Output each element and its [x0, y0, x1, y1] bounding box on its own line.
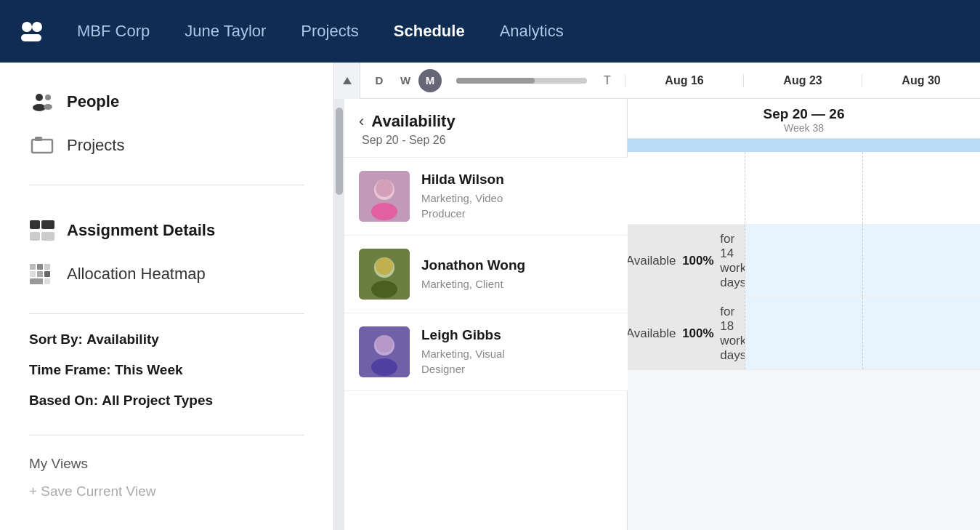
person-details-hilda: Hilda Wilson Marketing, VideoProducer: [421, 172, 613, 221]
svg-point-29: [376, 257, 393, 275]
timeline-cell-hilda-3: [862, 152, 980, 224]
people-icon: [29, 89, 55, 115]
sidebar: People Projects: [0, 63, 334, 530]
week-highlight-band: [628, 139, 980, 152]
avatar-hilda: [359, 171, 410, 222]
sidebar-item-assignment-details[interactable]: Assignment Details: [29, 209, 304, 252]
avail-pct-leigh: 100%: [682, 326, 713, 341]
timeline-slider[interactable]: [456, 78, 587, 84]
nav-june-taylor[interactable]: June Taylor: [179, 19, 272, 44]
avail-text-leigh: Available: [628, 326, 676, 341]
based-on-row[interactable]: Based On: All Project Types: [29, 393, 304, 409]
timeline-cell-leigh-2: [745, 297, 862, 369]
sort-by-row[interactable]: Sort By: Availability: [29, 332, 304, 348]
svg-rect-16: [30, 271, 36, 277]
avatar-leigh: [359, 326, 410, 377]
timeframe-row[interactable]: Time Frame: This Week: [29, 362, 304, 378]
scrollbar-thumb: [336, 108, 343, 195]
nav-schedule[interactable]: Schedule: [388, 19, 471, 44]
view-tabs: D W M: [360, 68, 448, 94]
avail-days-jonathon: for 14 work days: [720, 232, 746, 290]
assignment-details-label: Assignment Details: [67, 221, 215, 240]
col-header-aug23: Aug 23: [743, 74, 862, 87]
based-on-label: Based On:: [29, 393, 98, 408]
nav-analytics[interactable]: Analytics: [494, 19, 570, 44]
person-info-jonathon: Jonathon Wong Marketing, Client: [344, 236, 628, 313]
avail-days-leigh: for 18 work days: [720, 305, 746, 363]
sort-by-label: Sort By:: [29, 332, 83, 347]
timeline-cell-hilda-2: [745, 152, 862, 224]
view-tab-week[interactable]: W: [392, 68, 418, 94]
view-controls: D W M T Aug 16 Aug 23 Aug 30: [334, 63, 980, 99]
app-logo: [15, 15, 48, 48]
my-views[interactable]: My Views: [29, 456, 304, 472]
svg-point-32: [371, 358, 397, 376]
timeline-header-cols: Aug 16 Aug 23 Aug 30: [625, 74, 980, 87]
projects-icon: [29, 132, 55, 158]
sidebar-item-people[interactable]: People: [29, 80, 304, 124]
allocation-heatmap-label: Allocation Heatmap: [67, 265, 206, 284]
svg-point-3: [36, 94, 43, 101]
timeline-right-label: T: [596, 74, 625, 87]
availability-badge-leigh: Available 100% for 18 work days: [628, 297, 745, 370]
svg-rect-9: [30, 220, 40, 229]
timeframe-value-text: This Week: [115, 362, 183, 377]
timeline-row-jonathon: Available 100% for 14 work days: [628, 225, 980, 297]
sidebar-item-allocation-heatmap[interactable]: Allocation Heatmap: [29, 252, 304, 296]
timeline-row-hilda: [628, 152, 980, 225]
left-scrollbar[interactable]: [334, 99, 344, 530]
person-row-hilda[interactable]: Hilda Wilson Marketing, VideoProducer: [344, 158, 627, 236]
svg-rect-17: [37, 271, 43, 277]
svg-rect-7: [32, 140, 52, 153]
sort-by-value-text: Availability: [86, 332, 159, 347]
person-row-leigh[interactable]: Leigh Gibbs Marketing, VisualDesigner: [344, 313, 627, 391]
availability-badge-jonathon: Available 100% for 14 work days: [628, 225, 745, 297]
svg-rect-11: [30, 232, 40, 241]
right-panel: Sep 20 — 26 Week 38: [628, 99, 980, 530]
svg-rect-18: [44, 271, 50, 277]
view-tab-month[interactable]: M: [418, 69, 442, 92]
svg-rect-12: [41, 232, 54, 241]
timeframe-label: Time Frame:: [29, 362, 111, 377]
col-header-aug30: Aug 30: [862, 74, 980, 87]
timeline-cell-leigh-1: Available 100% for 18 work days: [628, 297, 745, 369]
week-title: Sep 20 — 26: [628, 106, 980, 122]
schedule-content: ‹ Availability Sep 20 - Sep 26: [334, 99, 980, 530]
avail-pct-jonathon: 100%: [682, 254, 713, 268]
timeline-rows: Available 100% for 14 work days Availabl…: [628, 152, 980, 530]
col-header-aug16: Aug 16: [625, 74, 743, 87]
view-tab-day[interactable]: D: [366, 68, 392, 94]
person-name-jonathon: Jonathon Wong: [421, 257, 613, 273]
assignment-details-icon: [29, 217, 55, 244]
svg-point-24: [371, 203, 397, 220]
scroll-up-button[interactable]: [334, 63, 360, 99]
svg-rect-15: [44, 264, 50, 270]
sidebar-divider-3: [29, 435, 304, 435]
timeline-cell-hilda-1: [628, 152, 745, 224]
person-details-jonathon: Jonathon Wong Marketing, Client: [421, 257, 613, 292]
person-role-hilda: Marketing, VideoProducer: [421, 190, 613, 221]
person-name-hilda: Hilda Wilson: [421, 172, 613, 188]
people-label: People: [67, 92, 119, 111]
timeline-row-leigh: Available 100% for 18 work days: [628, 297, 980, 370]
timeline-cell-jonathon-2: [745, 225, 862, 297]
top-navigation: MBF Corp June Taylor Projects Schedule A…: [0, 0, 980, 63]
person-row-jonathon[interactable]: Jonathon Wong Marketing, Client: [344, 236, 627, 313]
person-info-hilda: Hilda Wilson Marketing, VideoProducer: [344, 158, 628, 235]
svg-rect-10: [41, 220, 54, 229]
save-current-view[interactable]: + Save Current View: [29, 483, 304, 499]
person-name-leigh: Leigh Gibbs: [421, 327, 613, 343]
back-button[interactable]: ‹: [359, 112, 364, 131]
nav-mbf-corp[interactable]: MBF Corp: [71, 19, 155, 44]
nav-projects[interactable]: Projects: [295, 19, 364, 44]
sidebar-divider-1: [29, 185, 304, 185]
svg-point-0: [22, 22, 32, 32]
sidebar-item-projects[interactable]: Projects: [29, 124, 304, 167]
week-subtitle: Week 38: [628, 122, 980, 134]
week-header: Sep 20 — 26 Week 38: [628, 99, 980, 139]
availability-header: ‹ Availability Sep 20 - Sep 26: [344, 99, 627, 158]
svg-point-1: [32, 22, 42, 32]
svg-rect-2: [21, 34, 41, 41]
sidebar-divider-2: [29, 313, 304, 314]
left-panel: ‹ Availability Sep 20 - Sep 26: [344, 99, 628, 530]
